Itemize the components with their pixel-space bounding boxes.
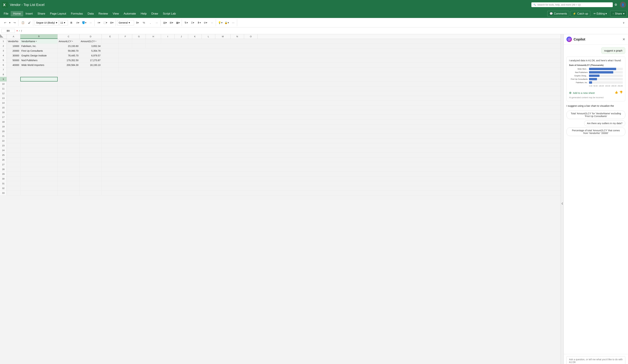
cell-D23[interactable] — [80, 143, 102, 148]
close-icon[interactable]: ✕ — [623, 37, 625, 41]
cell-B30[interactable] — [20, 177, 58, 181]
cell-B11[interactable] — [20, 86, 58, 91]
cell-F1[interactable] — [119, 39, 132, 44]
cell-D33[interactable] — [80, 191, 102, 195]
cell-A16[interactable] — [7, 110, 20, 115]
cell-B13[interactable] — [20, 96, 58, 100]
cell-A29[interactable] — [7, 172, 20, 176]
cell-C17[interactable] — [58, 115, 80, 120]
merge-button[interactable]: ⊞▾ — [109, 20, 115, 25]
thumbs-up-button[interactable]: 👍 — [615, 91, 618, 94]
cell-B10[interactable] — [20, 82, 58, 86]
cell-A21[interactable] — [7, 134, 20, 138]
cell-D4[interactable]: 6,979.57 — [80, 53, 102, 58]
cell-D25[interactable] — [80, 153, 102, 157]
cell-B7[interactable] — [20, 67, 58, 72]
menu-item-page-layout[interactable]: Page Layout — [48, 11, 69, 16]
number-format-selector[interactable]: General ▾ — [117, 20, 134, 25]
cell-D2[interactable]: 3,652.34 — [80, 44, 102, 48]
cell-C30[interactable] — [58, 177, 80, 181]
cell-D8[interactable] — [80, 72, 102, 77]
bold-button[interactable]: B — [68, 20, 75, 25]
cell-C6[interactable]: 200,584.30 — [58, 63, 80, 67]
cell-D24[interactable] — [80, 148, 102, 153]
insert-function-icon[interactable]: ƒ — [21, 30, 22, 32]
cell-D1[interactable]: Amount2LCY ▾ — [80, 39, 102, 44]
cell-D9[interactable] — [80, 77, 102, 81]
col-header-B[interactable]: B — [20, 34, 58, 39]
cell-E3[interactable] — [102, 49, 119, 53]
cell-A23[interactable] — [7, 143, 20, 148]
conditional-format-button[interactable]: ▤▾ — [162, 20, 168, 25]
cell-C26[interactable] — [58, 158, 80, 162]
cell-G1[interactable] — [132, 39, 146, 44]
cell-D11[interactable] — [80, 86, 102, 91]
menu-item-script-lab[interactable]: Script Lab — [160, 11, 178, 16]
comments-button[interactable]: 💬 Comments — [547, 11, 569, 16]
cell-A14[interactable] — [7, 101, 20, 105]
sensitivity-button[interactable]: 🔒▾ — [224, 20, 230, 25]
cell-B21[interactable] — [20, 134, 58, 138]
cell-C27[interactable] — [58, 162, 80, 167]
font-size-selector[interactable]: 11 ▾ — [59, 20, 68, 25]
menu-item-draw[interactable]: Draw — [149, 11, 160, 16]
col-header-C[interactable]: C — [58, 34, 80, 39]
cell-A30[interactable] — [7, 177, 20, 181]
user-avatar[interactable]: 👤 — [620, 2, 626, 8]
cell-D5[interactable]: 17,273.87 — [80, 58, 102, 62]
cell-A2[interactable]: 10000 — [7, 44, 20, 48]
copilot-input[interactable] — [566, 356, 625, 364]
cell-E1[interactable] — [102, 39, 119, 44]
cell-D17[interactable] — [80, 115, 102, 120]
filter-icon-C1[interactable]: ▾ — [72, 40, 73, 42]
cell-A20[interactable] — [7, 129, 20, 134]
col-header-G[interactable]: G — [132, 34, 146, 39]
thumbs-down-button[interactable]: 👎 — [619, 91, 623, 94]
cell-A10[interactable] — [7, 82, 20, 86]
cell-D21[interactable] — [80, 134, 102, 138]
cell-B27[interactable] — [20, 162, 58, 167]
cell-D27[interactable] — [80, 162, 102, 167]
cell-C20[interactable] — [58, 129, 80, 134]
cell-D14[interactable] — [80, 101, 102, 105]
cell-C1[interactable]: AmountLCY ▾ — [58, 39, 80, 44]
filter-icon-B1[interactable]: ▾ — [36, 40, 37, 42]
cell-C22[interactable] — [58, 138, 80, 143]
cell-A7[interactable] — [7, 67, 20, 72]
cell-B6[interactable]: Wide World Importers — [20, 63, 58, 67]
cell-D16[interactable] — [80, 110, 102, 115]
formula-input[interactable] — [24, 29, 627, 32]
cell-D29[interactable] — [80, 172, 102, 176]
cell-A26[interactable] — [7, 158, 20, 162]
format-as-table-button[interactable]: ⊞▾ — [168, 20, 175, 25]
cell-B20[interactable] — [20, 129, 58, 134]
cell-A25[interactable] — [7, 153, 20, 157]
cell-C13[interactable] — [58, 96, 80, 100]
cell-B2[interactable]: Fabrikam, Inc. — [20, 44, 58, 48]
col-header-N[interactable]: N — [231, 34, 244, 39]
cell-A1[interactable]: VendorNo — [7, 39, 20, 44]
cell-A32[interactable] — [7, 186, 20, 190]
cell-B4[interactable]: Graphic Design Institute — [20, 53, 58, 58]
cell-C25[interactable] — [58, 153, 80, 157]
menu-item-data[interactable]: Data — [85, 11, 96, 16]
cell-E7[interactable] — [102, 67, 119, 72]
cell-D30[interactable] — [80, 177, 102, 181]
cell-F2[interactable] — [119, 44, 132, 48]
cell-C28[interactable] — [58, 167, 80, 172]
col-header-O[interactable]: O — [244, 34, 258, 39]
col-header-E[interactable]: E — [102, 34, 119, 39]
cell-B24[interactable] — [20, 148, 58, 153]
cell-B17[interactable] — [20, 115, 58, 120]
undo-button[interactable]: ↩ — [2, 20, 8, 25]
redo-button[interactable]: ↪ — [11, 20, 18, 25]
cell-B31[interactable] — [20, 181, 58, 186]
cell-B32[interactable] — [20, 186, 58, 190]
cell-C33[interactable] — [58, 191, 80, 195]
col-header-A[interactable]: A — [7, 34, 20, 39]
cell-B15[interactable] — [20, 105, 58, 110]
col-header-L[interactable]: L — [202, 34, 215, 39]
cell-B5[interactable]: Nod Publishers — [20, 58, 58, 62]
align-button[interactable]: ≡▾ — [96, 20, 102, 25]
menu-item-automate[interactable]: Automate — [121, 11, 138, 16]
